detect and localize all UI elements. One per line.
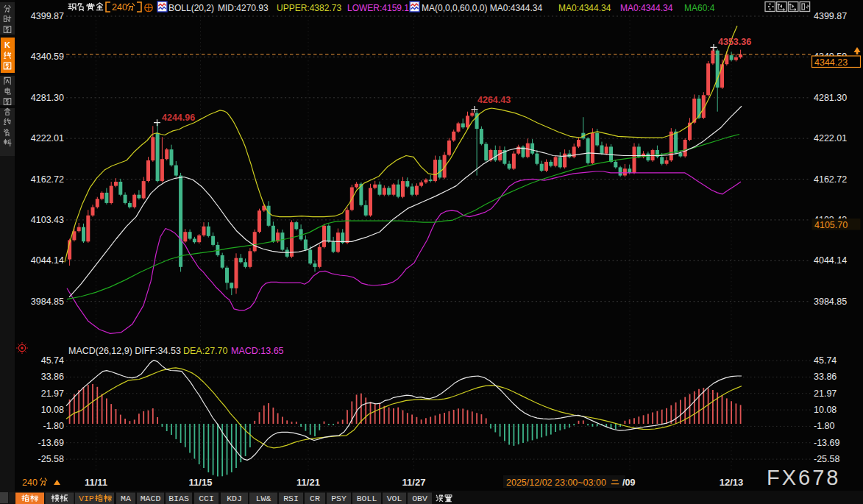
svg-text:4222.01: 4222.01 — [31, 133, 64, 143]
svg-text:4399.87: 4399.87 — [814, 11, 847, 21]
svg-text:4344.23: 4344.23 — [814, 57, 848, 68]
svg-text:10.08: 10.08 — [41, 405, 64, 415]
svg-text:4162.72: 4162.72 — [31, 174, 64, 185]
svg-text:CR: CR — [310, 494, 320, 503]
svg-text:PSY: PSY — [331, 494, 347, 503]
svg-text:BIAS: BIAS — [168, 494, 189, 503]
svg-text:-25.58: -25.58 — [814, 454, 839, 464]
svg-text:MACD(26,12,9) DIFF:34.53: MACD(26,12,9) DIFF:34.53 — [68, 346, 181, 356]
svg-text:33.86: 33.86 — [41, 372, 64, 382]
svg-text:4340.59: 4340.59 — [31, 52, 64, 62]
svg-text:RSI: RSI — [283, 494, 299, 503]
svg-text:4244.96: 4244.96 — [162, 113, 195, 123]
svg-text:MA0:4344.34: MA0:4344.34 — [620, 3, 673, 13]
svg-text:MACD:13.65: MACD:13.65 — [231, 346, 284, 356]
svg-text:3984.85: 3984.85 — [814, 297, 847, 307]
svg-text:240: 240 — [22, 478, 38, 488]
svg-text:MA0:4344.34: MA0:4344.34 — [558, 3, 611, 13]
svg-text:4105.70: 4105.70 — [814, 220, 848, 230]
svg-text:4353.36: 4353.36 — [718, 37, 751, 47]
svg-text:21.97: 21.97 — [814, 388, 837, 399]
svg-text:FX678: FX678 — [767, 466, 840, 489]
svg-text:4044.14: 4044.14 — [814, 255, 847, 266]
svg-text:4399.87: 4399.87 — [31, 11, 64, 21]
svg-text:BOLL(20,2): BOLL(20,2) — [168, 3, 214, 13]
svg-text:2025/12/02 23:00~03:00: 2025/12/02 23:00~03:00 — [506, 478, 606, 488]
svg-text:4281.30: 4281.30 — [31, 93, 64, 103]
svg-text:MID:4270.93: MID:4270.93 — [218, 3, 269, 13]
svg-text:4264.43: 4264.43 — [477, 95, 511, 105]
svg-text:MA: MA — [121, 494, 131, 503]
svg-text:VIP: VIP — [79, 494, 94, 503]
svg-text:BOLL: BOLL — [357, 494, 377, 503]
svg-text:4281.30: 4281.30 — [814, 93, 847, 103]
svg-text:33.86: 33.86 — [814, 372, 837, 382]
svg-text:11/21: 11/21 — [296, 477, 320, 488]
svg-text:LOWER:4159.14: LOWER:4159.14 — [347, 3, 414, 13]
svg-text:11/27: 11/27 — [402, 477, 426, 488]
svg-text:240: 240 — [112, 2, 127, 13]
svg-text:4103.43: 4103.43 — [31, 215, 64, 225]
svg-text:K: K — [4, 40, 10, 49]
svg-text:CCI: CCI — [199, 494, 214, 503]
svg-text:45.74: 45.74 — [41, 355, 64, 366]
svg-text:-1.80: -1.80 — [814, 421, 835, 431]
svg-text:-25.58: -25.58 — [38, 454, 64, 464]
svg-text:3984.85: 3984.85 — [31, 297, 64, 307]
svg-text:11/11: 11/11 — [85, 477, 107, 488]
svg-text:21.97: 21.97 — [41, 388, 64, 399]
svg-text:LW&: LW& — [256, 494, 271, 503]
svg-text:10.08: 10.08 — [814, 405, 837, 415]
svg-text:-13.69: -13.69 — [38, 438, 64, 448]
svg-text:4162.72: 4162.72 — [814, 174, 847, 185]
svg-text:4222.01: 4222.01 — [814, 133, 847, 143]
svg-text:-13.69: -13.69 — [814, 438, 839, 448]
svg-text:MA(0,0,0,60,0,0) MA0:4344.34: MA(0,0,0,60,0,0) MA0:4344.34 — [422, 3, 542, 13]
svg-text:45.74: 45.74 — [814, 355, 837, 366]
svg-text:11/15: 11/15 — [189, 477, 213, 488]
svg-text:OBV: OBV — [412, 494, 427, 503]
svg-text:DEA:27.70: DEA:27.70 — [183, 346, 228, 356]
svg-text:4044.14: 4044.14 — [31, 255, 64, 266]
svg-text:VOL: VOL — [387, 494, 402, 503]
svg-text:12/13: 12/13 — [720, 477, 744, 488]
svg-text:MA60:4: MA60:4 — [684, 3, 715, 13]
svg-text:-1.80: -1.80 — [43, 421, 65, 431]
svg-text:/09: /09 — [622, 478, 635, 488]
svg-text:MACD: MACD — [141, 494, 161, 503]
svg-text:UPPER:4382.73: UPPER:4382.73 — [277, 3, 341, 13]
svg-text:KDJ: KDJ — [227, 494, 242, 503]
